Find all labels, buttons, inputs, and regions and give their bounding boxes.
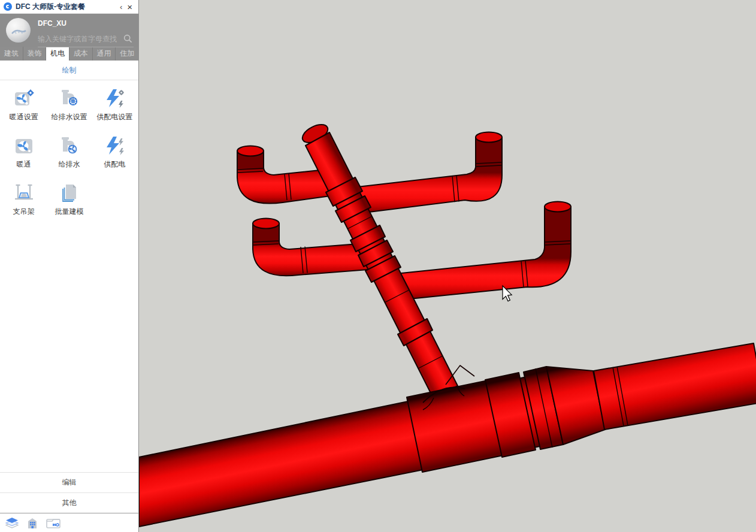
- pipe-gear-icon: [58, 87, 80, 109]
- pipe-riser-top-right[interactable]: [352, 132, 502, 214]
- tool-label: 供配电设置: [96, 112, 132, 122]
- lightning-icon: [104, 135, 125, 156]
- tab-zhuangshi[interactable]: 装饰: [23, 47, 47, 61]
- tool-power[interactable]: 供配电: [92, 131, 137, 177]
- user-area: DFC_XU 输入关键字或首字母查找: [0, 14, 138, 47]
- panel-title: DFC 大师版-专业套餐: [16, 2, 117, 12]
- search-input[interactable]: 输入关键字或首字母查找: [38, 32, 134, 47]
- tool-label: 批量建模: [55, 207, 83, 217]
- section-edit[interactable]: 编辑: [0, 472, 138, 492]
- plugin-panel: DFC 大师版-专业套餐 ‹ × DFC_XU 输入关键字或首字母查找 建筑 装…: [0, 0, 139, 532]
- tool-label: 支吊架: [13, 207, 35, 217]
- pipe-main-right[interactable]: [594, 343, 756, 430]
- dfc-logo-icon: [4, 2, 12, 11]
- tool-plumbing[interactable]: 给排水: [47, 131, 92, 177]
- tool-hvac[interactable]: 暖通: [1, 131, 47, 177]
- pipe-valve-icon: [58, 135, 80, 156]
- tab-chengben[interactable]: 成本: [69, 47, 93, 61]
- tool-plumbing-settings[interactable]: 给排水设置: [47, 84, 92, 130]
- model-library-icon[interactable]: [46, 516, 61, 530]
- panel-titlebar: DFC 大师版-专业套餐 ‹ ×: [0, 0, 138, 14]
- panel-statusbar: [0, 513, 138, 532]
- hanger-icon: [13, 182, 35, 204]
- tool-batch-modeling[interactable]: 批量建模: [47, 179, 92, 225]
- layers-icon[interactable]: [5, 516, 19, 530]
- model-viewport[interactable]: [139, 0, 756, 532]
- username: DFC_XU: [38, 19, 66, 28]
- panel-spacer: [0, 225, 138, 472]
- search-placeholder: 输入关键字或首字母查找: [38, 32, 134, 46]
- avatar[interactable]: [6, 18, 31, 43]
- tool-hanger[interactable]: 支吊架: [1, 179, 47, 225]
- category-tabs: 建筑 装饰 机电 成本 通用 住加: [0, 47, 138, 61]
- lightning-gear-icon: [104, 87, 125, 109]
- section-other[interactable]: 其他: [0, 492, 138, 513]
- tool-grid: 暖通设置 给排水设置: [0, 80, 138, 225]
- tab-zhujia[interactable]: 住加: [116, 47, 138, 61]
- collapse-button[interactable]: ‹: [117, 3, 125, 11]
- close-button[interactable]: ×: [125, 2, 135, 11]
- tab-jidian[interactable]: 机电: [46, 47, 69, 61]
- tool-label: 暖通设置: [10, 112, 38, 122]
- fan-unit-gear-icon: [13, 87, 35, 109]
- fan-unit-icon: [13, 135, 35, 156]
- search-icon[interactable]: [123, 34, 132, 43]
- tool-hvac-settings[interactable]: 暖通设置: [1, 84, 47, 130]
- pipe-riser-mid-right[interactable]: [395, 202, 571, 301]
- tab-jianzhu[interactable]: 建筑: [0, 47, 23, 61]
- tool-label: 暖通: [17, 159, 31, 170]
- tool-label: 给排水: [58, 159, 80, 170]
- stacked-pages-icon: [58, 182, 80, 204]
- tool-power-settings[interactable]: 供配电设置: [92, 84, 137, 130]
- building-icon[interactable]: [26, 516, 39, 530]
- section-draw[interactable]: 绘制: [0, 61, 138, 80]
- tab-tongyong[interactable]: 通用: [93, 47, 116, 61]
- tool-label: 供配电: [104, 159, 125, 170]
- tool-label: 给排水设置: [51, 112, 87, 122]
